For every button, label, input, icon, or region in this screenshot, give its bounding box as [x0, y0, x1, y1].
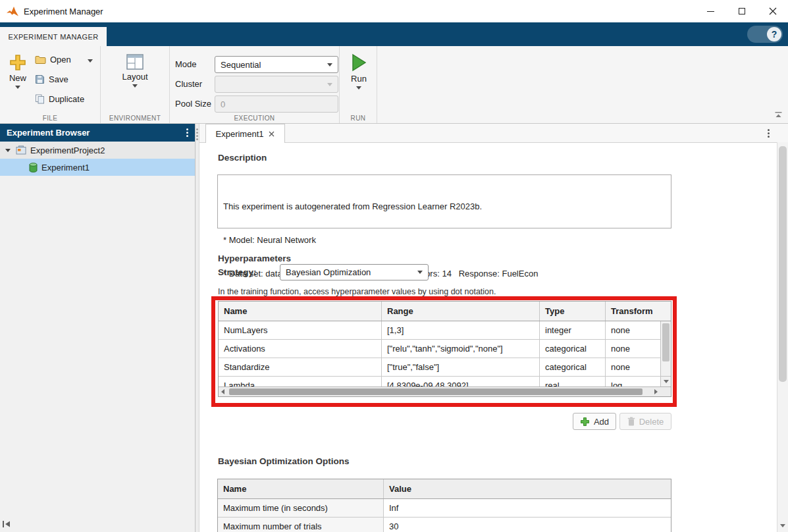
strategy-select[interactable]: Bayesian Optimization — [280, 264, 429, 280]
description-box[interactable]: This experiment is autogenerated from Re… — [217, 174, 671, 228]
tab-experiment1[interactable]: Experiment1 — [205, 124, 285, 143]
table-cell[interactable]: 30 — [384, 518, 671, 532]
maximize-button[interactable] — [726, 0, 757, 22]
description-line: * Model: Neural Network — [223, 234, 666, 246]
tree-item-experiment[interactable]: Experiment1 — [0, 159, 195, 176]
experiment-manager-window: Experiment Manager EXPERIMENT MANAGER ? … — [0, 0, 788, 532]
add-icon — [580, 417, 590, 427]
save-button[interactable]: Save — [35, 74, 68, 84]
tree-item-project[interactable]: ExperimentProject2 — [0, 142, 195, 159]
table-header-row: Name Value — [218, 479, 671, 499]
column-header-name: Name — [218, 479, 384, 498]
bayesian-options-heading: Bayesian Optimization Options — [218, 456, 350, 466]
experiment-document: Description This experiment is autogener… — [199, 124, 788, 532]
arrow-down-icon — [780, 524, 785, 527]
chevron-down-icon — [132, 84, 138, 88]
duplicate-button[interactable]: Duplicate — [35, 94, 84, 104]
minimize-button[interactable] — [695, 0, 726, 22]
drag-grip-icon — [196, 128, 198, 140]
close-icon — [769, 7, 777, 15]
project-label: ExperimentProject2 — [30, 146, 105, 155]
add-button-label: Add — [594, 417, 609, 427]
scrollbar-thumb[interactable] — [779, 146, 787, 382]
help-icon: ? — [767, 27, 781, 41]
toolbar: New Open Save Duplicate FILE Layout — [0, 46, 788, 124]
save-button-label: Save — [49, 74, 68, 84]
main-scrollbar[interactable] — [777, 142, 788, 532]
chevron-down-icon — [327, 63, 332, 66]
trash-icon — [627, 417, 635, 426]
run-button[interactable]: Run — [346, 53, 372, 90]
description-heading: Description — [218, 153, 267, 163]
delete-button[interactable]: Delete — [619, 413, 671, 430]
help-button[interactable]: ? — [747, 26, 783, 43]
collapse-left-icon — [2, 520, 11, 528]
strategy-label: Strategy: — [218, 267, 257, 277]
sidebar-menu-icon[interactable] — [186, 128, 188, 137]
mode-label: Mode — [175, 59, 197, 69]
options-table: Name Value Maximum time (in seconds) Inf… — [217, 479, 671, 532]
hyperparameters-heading: Hyperparameters — [218, 253, 291, 263]
chevron-down-icon — [327, 83, 332, 86]
pool-size-label: Pool Size — [175, 99, 211, 109]
column-header-value: Value — [384, 479, 671, 498]
experiment-browser-title: Experiment Browser — [7, 128, 90, 138]
layout-button-label: Layout — [122, 72, 147, 82]
description-line: This experiment is autogenerated from Re… — [223, 201, 666, 212]
run-button-label: Run — [351, 74, 367, 84]
experiment-browser-header: Experiment Browser — [0, 124, 195, 142]
new-icon — [9, 54, 26, 71]
toolstrip: EXPERIMENT MANAGER ? — [0, 22, 788, 46]
close-button[interactable] — [757, 0, 788, 22]
chevron-down-icon — [356, 86, 361, 90]
open-button-label: Open — [50, 55, 71, 65]
table-cell[interactable]: Inf — [384, 499, 671, 517]
run-section: Run RUN — [340, 46, 377, 123]
toolstrip-collapse-button[interactable] — [775, 110, 782, 120]
scroll-down-button[interactable] — [777, 520, 788, 531]
tab-label: Experiment1 — [216, 129, 264, 139]
table-cell: Maximum number of trials — [218, 518, 384, 532]
collapse-up-icon — [775, 112, 782, 118]
execution-section-label: EXECUTION — [170, 115, 339, 122]
hyperparameters-hint: In the training function, access hyperpa… — [218, 287, 496, 296]
execution-section: Mode Sequential Cluster Pool Size 0 EXEC… — [170, 46, 340, 123]
mode-select[interactable]: Sequential — [215, 56, 338, 73]
panel-collapse-button[interactable] — [2, 520, 11, 530]
caret-down-icon[interactable] — [5, 149, 11, 152]
chevron-down-icon — [417, 271, 423, 274]
tab-close-icon[interactable] — [269, 131, 275, 137]
table-row: Maximum number of trials 30 — [218, 518, 671, 532]
project-icon — [16, 146, 26, 155]
cluster-select — [215, 76, 338, 93]
titlebar: Experiment Manager — [0, 0, 788, 22]
save-icon — [35, 74, 45, 84]
file-section: New Open Save Duplicate FILE — [0, 46, 101, 123]
strategy-value: Bayesian Optimization — [286, 267, 371, 277]
run-section-label: RUN — [340, 115, 377, 122]
minimize-icon — [707, 11, 714, 12]
mode-value: Sequential — [221, 60, 261, 70]
experiment-icon — [29, 163, 38, 173]
delete-button-label: Delete — [639, 417, 664, 427]
duplicate-button-label: Duplicate — [49, 94, 84, 104]
tab-experiment-manager[interactable]: EXPERIMENT MANAGER — [0, 27, 107, 46]
chevron-down-icon — [15, 86, 20, 89]
layout-button[interactable]: Layout — [122, 54, 148, 88]
maximize-icon — [739, 8, 745, 14]
environment-section-label: ENVIRONMENT — [101, 115, 169, 122]
table-cell: Maximum time (in seconds) — [218, 499, 384, 517]
open-dropdown-icon[interactable] — [88, 59, 93, 63]
open-icon — [35, 55, 46, 65]
open-button[interactable]: Open — [35, 55, 71, 65]
table-row: Maximum time (in seconds) Inf — [218, 499, 671, 518]
experiment-browser-panel: Experiment Browser ExperimentProject2 Ex… — [0, 124, 196, 532]
cluster-label: Cluster — [175, 79, 202, 89]
matlab-logo-icon — [7, 6, 18, 16]
new-button[interactable]: New — [5, 54, 31, 89]
add-button[interactable]: Add — [573, 413, 616, 430]
layout-icon — [126, 54, 144, 70]
new-button-label: New — [9, 73, 26, 83]
pool-size-value: 0 — [221, 99, 225, 109]
run-icon — [350, 53, 367, 72]
